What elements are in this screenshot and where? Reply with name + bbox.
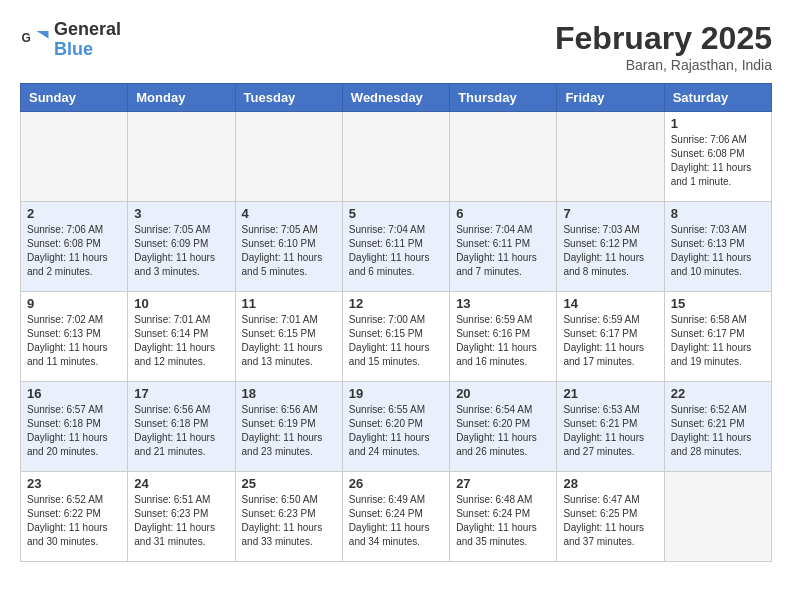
day-info: Sunrise: 6:56 AM Sunset: 6:19 PM Dayligh… — [242, 403, 336, 459]
calendar-week-row: 2Sunrise: 7:06 AM Sunset: 6:08 PM Daylig… — [21, 202, 772, 292]
calendar-cell — [450, 112, 557, 202]
day-number: 6 — [456, 206, 550, 221]
day-info: Sunrise: 7:01 AM Sunset: 6:14 PM Dayligh… — [134, 313, 228, 369]
calendar-cell: 15Sunrise: 6:58 AM Sunset: 6:17 PM Dayli… — [664, 292, 771, 382]
day-info: Sunrise: 7:01 AM Sunset: 6:15 PM Dayligh… — [242, 313, 336, 369]
calendar-week-row: 9Sunrise: 7:02 AM Sunset: 6:13 PM Daylig… — [21, 292, 772, 382]
calendar-cell: 10Sunrise: 7:01 AM Sunset: 6:14 PM Dayli… — [128, 292, 235, 382]
calendar-cell — [128, 112, 235, 202]
day-number: 28 — [563, 476, 657, 491]
calendar-cell: 26Sunrise: 6:49 AM Sunset: 6:24 PM Dayli… — [342, 472, 449, 562]
logo-general: General — [54, 20, 121, 40]
day-info: Sunrise: 7:05 AM Sunset: 6:09 PM Dayligh… — [134, 223, 228, 279]
day-info: Sunrise: 6:59 AM Sunset: 6:16 PM Dayligh… — [456, 313, 550, 369]
svg-text:G: G — [22, 30, 31, 44]
day-number: 25 — [242, 476, 336, 491]
calendar-cell: 9Sunrise: 7:02 AM Sunset: 6:13 PM Daylig… — [21, 292, 128, 382]
day-number: 1 — [671, 116, 765, 131]
calendar-cell: 17Sunrise: 6:56 AM Sunset: 6:18 PM Dayli… — [128, 382, 235, 472]
day-number: 2 — [27, 206, 121, 221]
day-number: 26 — [349, 476, 443, 491]
day-number: 16 — [27, 386, 121, 401]
day-info: Sunrise: 7:03 AM Sunset: 6:12 PM Dayligh… — [563, 223, 657, 279]
day-number: 15 — [671, 296, 765, 311]
day-info: Sunrise: 6:54 AM Sunset: 6:20 PM Dayligh… — [456, 403, 550, 459]
day-number: 19 — [349, 386, 443, 401]
day-number: 8 — [671, 206, 765, 221]
calendar-cell: 2Sunrise: 7:06 AM Sunset: 6:08 PM Daylig… — [21, 202, 128, 292]
logo-icon: G — [20, 25, 50, 55]
day-info: Sunrise: 6:57 AM Sunset: 6:18 PM Dayligh… — [27, 403, 121, 459]
calendar-table: Sunday Monday Tuesday Wednesday Thursday… — [20, 83, 772, 562]
day-number: 10 — [134, 296, 228, 311]
header-thursday: Thursday — [450, 84, 557, 112]
day-number: 5 — [349, 206, 443, 221]
day-info: Sunrise: 6:51 AM Sunset: 6:23 PM Dayligh… — [134, 493, 228, 549]
calendar-week-row: 1Sunrise: 7:06 AM Sunset: 6:08 PM Daylig… — [21, 112, 772, 202]
day-number: 18 — [242, 386, 336, 401]
day-info: Sunrise: 6:55 AM Sunset: 6:20 PM Dayligh… — [349, 403, 443, 459]
title-block: February 2025 Baran, Rajasthan, India — [555, 20, 772, 73]
calendar-cell: 24Sunrise: 6:51 AM Sunset: 6:23 PM Dayli… — [128, 472, 235, 562]
day-number: 4 — [242, 206, 336, 221]
calendar-cell: 19Sunrise: 6:55 AM Sunset: 6:20 PM Dayli… — [342, 382, 449, 472]
day-number: 12 — [349, 296, 443, 311]
day-info: Sunrise: 6:56 AM Sunset: 6:18 PM Dayligh… — [134, 403, 228, 459]
day-number: 17 — [134, 386, 228, 401]
day-number: 24 — [134, 476, 228, 491]
day-info: Sunrise: 7:05 AM Sunset: 6:10 PM Dayligh… — [242, 223, 336, 279]
calendar-cell: 1Sunrise: 7:06 AM Sunset: 6:08 PM Daylig… — [664, 112, 771, 202]
svg-marker-1 — [37, 31, 49, 39]
day-info: Sunrise: 6:52 AM Sunset: 6:22 PM Dayligh… — [27, 493, 121, 549]
calendar-cell: 16Sunrise: 6:57 AM Sunset: 6:18 PM Dayli… — [21, 382, 128, 472]
header-monday: Monday — [128, 84, 235, 112]
calendar-cell — [557, 112, 664, 202]
header-tuesday: Tuesday — [235, 84, 342, 112]
day-number: 14 — [563, 296, 657, 311]
calendar-cell: 13Sunrise: 6:59 AM Sunset: 6:16 PM Dayli… — [450, 292, 557, 382]
month-title: February 2025 — [555, 20, 772, 57]
day-info: Sunrise: 7:04 AM Sunset: 6:11 PM Dayligh… — [349, 223, 443, 279]
calendar-cell: 11Sunrise: 7:01 AM Sunset: 6:15 PM Dayli… — [235, 292, 342, 382]
calendar-cell — [21, 112, 128, 202]
calendar-cell: 25Sunrise: 6:50 AM Sunset: 6:23 PM Dayli… — [235, 472, 342, 562]
calendar-cell: 6Sunrise: 7:04 AM Sunset: 6:11 PM Daylig… — [450, 202, 557, 292]
calendar-cell: 5Sunrise: 7:04 AM Sunset: 6:11 PM Daylig… — [342, 202, 449, 292]
day-number: 13 — [456, 296, 550, 311]
day-number: 27 — [456, 476, 550, 491]
day-info: Sunrise: 7:06 AM Sunset: 6:08 PM Dayligh… — [671, 133, 765, 189]
calendar-cell — [342, 112, 449, 202]
header-saturday: Saturday — [664, 84, 771, 112]
calendar-header-row: Sunday Monday Tuesday Wednesday Thursday… — [21, 84, 772, 112]
day-info: Sunrise: 6:50 AM Sunset: 6:23 PM Dayligh… — [242, 493, 336, 549]
header-friday: Friday — [557, 84, 664, 112]
day-info: Sunrise: 6:58 AM Sunset: 6:17 PM Dayligh… — [671, 313, 765, 369]
day-info: Sunrise: 6:59 AM Sunset: 6:17 PM Dayligh… — [563, 313, 657, 369]
calendar-week-row: 16Sunrise: 6:57 AM Sunset: 6:18 PM Dayli… — [21, 382, 772, 472]
day-info: Sunrise: 7:03 AM Sunset: 6:13 PM Dayligh… — [671, 223, 765, 279]
day-number: 20 — [456, 386, 550, 401]
calendar-cell: 21Sunrise: 6:53 AM Sunset: 6:21 PM Dayli… — [557, 382, 664, 472]
calendar-cell: 3Sunrise: 7:05 AM Sunset: 6:09 PM Daylig… — [128, 202, 235, 292]
day-number: 7 — [563, 206, 657, 221]
day-info: Sunrise: 7:06 AM Sunset: 6:08 PM Dayligh… — [27, 223, 121, 279]
day-number: 3 — [134, 206, 228, 221]
logo-blue: Blue — [54, 40, 121, 60]
day-info: Sunrise: 6:48 AM Sunset: 6:24 PM Dayligh… — [456, 493, 550, 549]
calendar-week-row: 23Sunrise: 6:52 AM Sunset: 6:22 PM Dayli… — [21, 472, 772, 562]
calendar-cell — [664, 472, 771, 562]
day-info: Sunrise: 6:47 AM Sunset: 6:25 PM Dayligh… — [563, 493, 657, 549]
day-info: Sunrise: 6:49 AM Sunset: 6:24 PM Dayligh… — [349, 493, 443, 549]
day-info: Sunrise: 7:00 AM Sunset: 6:15 PM Dayligh… — [349, 313, 443, 369]
calendar-cell: 8Sunrise: 7:03 AM Sunset: 6:13 PM Daylig… — [664, 202, 771, 292]
logo-text: General Blue — [54, 20, 121, 60]
calendar-cell: 22Sunrise: 6:52 AM Sunset: 6:21 PM Dayli… — [664, 382, 771, 472]
day-info: Sunrise: 6:53 AM Sunset: 6:21 PM Dayligh… — [563, 403, 657, 459]
header-sunday: Sunday — [21, 84, 128, 112]
page-header: G General Blue February 2025 Baran, Raja… — [20, 20, 772, 73]
calendar-cell: 18Sunrise: 6:56 AM Sunset: 6:19 PM Dayli… — [235, 382, 342, 472]
logo: G General Blue — [20, 20, 121, 60]
calendar-cell: 4Sunrise: 7:05 AM Sunset: 6:10 PM Daylig… — [235, 202, 342, 292]
calendar-cell: 27Sunrise: 6:48 AM Sunset: 6:24 PM Dayli… — [450, 472, 557, 562]
calendar-cell: 23Sunrise: 6:52 AM Sunset: 6:22 PM Dayli… — [21, 472, 128, 562]
